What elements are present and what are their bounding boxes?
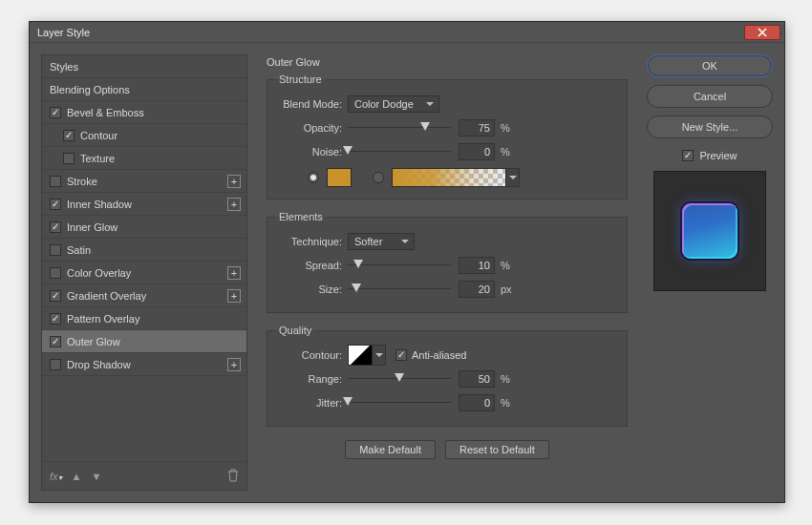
glow-gradient-picker[interactable]	[392, 168, 506, 187]
cancel-button[interactable]: Cancel	[647, 85, 773, 108]
style-item-drop-shadow[interactable]: Drop Shadow+	[42, 353, 246, 376]
style-item-satin[interactable]: Satin	[42, 239, 246, 262]
glow-gradient-radio[interactable]	[373, 172, 384, 183]
glow-solid-radio[interactable]	[308, 172, 319, 183]
styles-panel: Styles Blending OptionsBevel & EmbossCon…	[41, 54, 247, 491]
style-label: Inner Shadow	[67, 199, 132, 210]
anti-aliased-label: Anti-aliased	[412, 349, 466, 361]
style-item-inner-shadow[interactable]: Inner Shadow+	[42, 193, 246, 216]
glow-color-swatch[interactable]	[327, 168, 352, 187]
style-checkbox[interactable]	[50, 267, 61, 279]
spread-input[interactable]: 10	[459, 257, 495, 274]
close-button[interactable]	[744, 25, 780, 40]
ok-button[interactable]: OK	[647, 54, 773, 77]
style-item-texture[interactable]: Texture	[42, 147, 246, 170]
style-label: Pattern Overlay	[67, 313, 139, 325]
contour-picker[interactable]	[348, 345, 373, 366]
style-checkbox[interactable]	[50, 221, 61, 233]
style-label: Satin	[67, 244, 91, 256]
make-default-button[interactable]: Make Default	[345, 440, 436, 459]
jitter-slider[interactable]	[348, 396, 451, 410]
style-label: Inner Glow	[67, 221, 118, 233]
styles-footer: fx▾ ▲ ▼	[42, 461, 246, 490]
style-checkbox[interactable]	[50, 107, 61, 118]
dialog-body: Styles Blending OptionsBevel & EmbossCon…	[30, 43, 784, 502]
size-slider[interactable]	[348, 283, 451, 296]
trash-icon[interactable]	[227, 469, 239, 484]
style-item-bevel-emboss[interactable]: Bevel & Emboss	[42, 101, 246, 124]
style-label: Outer Glow	[67, 336, 120, 347]
style-label: Texture	[80, 153, 115, 164]
add-effect-icon[interactable]: +	[227, 289, 241, 303]
add-effect-icon[interactable]: +	[227, 266, 241, 280]
style-item-stroke[interactable]: Stroke+	[42, 170, 246, 193]
opacity-slider[interactable]	[348, 121, 451, 135]
close-icon	[758, 28, 767, 37]
style-item-contour[interactable]: Contour	[42, 124, 246, 147]
new-style-button[interactable]: New Style...	[647, 116, 773, 138]
move-up-icon[interactable]: ▲	[72, 471, 82, 482]
range-input[interactable]: 50	[459, 370, 495, 388]
action-panel: OK Cancel New Style... Preview	[647, 54, 773, 491]
style-item-color-overlay[interactable]: Color Overlay+	[42, 262, 246, 284]
spread-slider[interactable]	[348, 259, 451, 272]
range-slider[interactable]	[348, 372, 451, 386]
style-checkbox[interactable]	[50, 244, 61, 256]
style-checkbox[interactable]	[63, 130, 75, 141]
style-checkbox[interactable]	[50, 313, 61, 325]
contour-dropdown-icon[interactable]	[373, 345, 386, 366]
style-label: Drop Shadow	[67, 359, 131, 370]
add-effect-icon[interactable]: +	[227, 358, 241, 371]
reset-default-button[interactable]: Reset to Default	[445, 440, 549, 459]
style-label: Blending Options	[50, 84, 130, 95]
jitter-input[interactable]: 0	[459, 394, 495, 411]
style-checkbox[interactable]	[50, 336, 61, 347]
effect-title: Outer Glow	[261, 54, 633, 72]
layer-style-dialog: Layer Style Styles Blending OptionsBevel…	[29, 21, 785, 503]
style-item-pattern-overlay[interactable]: Pattern Overlay	[42, 307, 246, 330]
style-item-outer-glow[interactable]: Outer Glow	[42, 330, 246, 353]
settings-panel: Outer Glow Structure Blend Mode: Color D…	[261, 54, 633, 491]
add-effect-icon[interactable]: +	[227, 198, 241, 211]
noise-slider[interactable]	[348, 145, 451, 158]
style-item-blending-options[interactable]: Blending Options	[42, 78, 246, 101]
blend-mode-select[interactable]: Color Dodge	[348, 95, 439, 113]
fx-icon[interactable]: fx▾	[50, 471, 62, 482]
style-checkbox[interactable]	[50, 176, 61, 187]
structure-group: Structure Blend Mode: Color Dodge Opacit…	[267, 74, 628, 200]
style-checkbox[interactable]	[50, 199, 61, 210]
style-checkbox[interactable]	[50, 359, 61, 370]
style-label: Bevel & Emboss	[67, 107, 144, 118]
titlebar: Layer Style	[30, 22, 784, 43]
technique-select[interactable]: Softer	[348, 233, 415, 250]
style-label: Contour	[80, 130, 118, 141]
style-checkbox[interactable]	[50, 290, 61, 302]
preview-thumbnail	[653, 171, 766, 291]
style-item-gradient-overlay[interactable]: Gradient Overlay+	[42, 284, 246, 307]
styles-header[interactable]: Styles	[42, 55, 246, 78]
gradient-dropdown-icon[interactable]	[506, 168, 520, 187]
preview-label: Preview	[699, 150, 737, 161]
move-down-icon[interactable]: ▼	[91, 471, 101, 482]
noise-input[interactable]: 0	[459, 143, 495, 160]
preview-checkbox[interactable]	[682, 150, 694, 161]
preview-tile	[682, 203, 737, 259]
style-label: Stroke	[67, 176, 97, 187]
opacity-input[interactable]: 75	[459, 119, 495, 136]
size-input[interactable]: 20	[459, 281, 495, 298]
dialog-title: Layer Style	[37, 27, 90, 38]
style-label: Gradient Overlay	[67, 290, 146, 302]
anti-aliased-checkbox[interactable]	[395, 349, 407, 361]
quality-group: Quality Contour: Anti-aliased Range: 50	[267, 325, 628, 427]
style-item-inner-glow[interactable]: Inner Glow	[42, 216, 246, 239]
add-effect-icon[interactable]: +	[227, 175, 241, 188]
blend-mode-label: Blend Mode:	[275, 98, 348, 110]
elements-group: Elements Technique: Softer Spread: 10 % …	[267, 211, 628, 313]
style-label: Color Overlay	[67, 267, 131, 279]
style-checkbox[interactable]	[63, 153, 75, 164]
